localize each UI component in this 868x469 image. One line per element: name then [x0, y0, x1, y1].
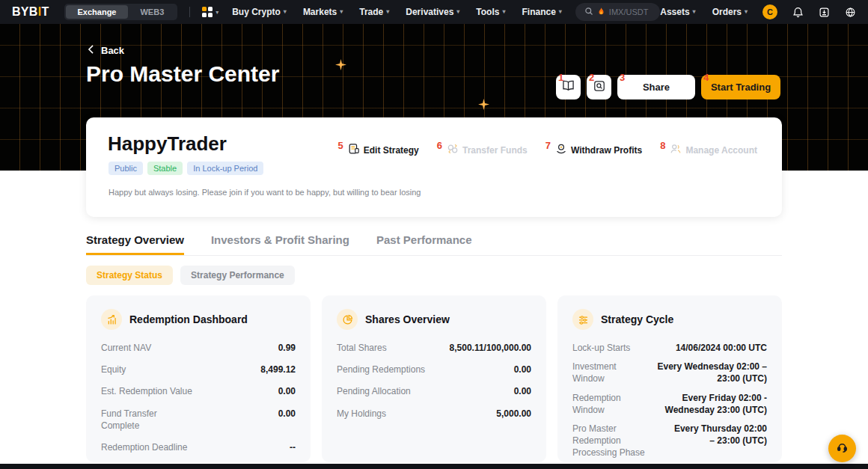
stat-row: Redemption WindowEvery Friday 02:00 - We…	[572, 392, 767, 416]
stat-row: Equity8,499.12	[101, 364, 296, 375]
stat-label: My Holdings	[337, 408, 386, 420]
som-mark-1: 1	[558, 73, 563, 82]
preview-button[interactable]: 2	[587, 75, 611, 99]
main-tabs: Strategy OverviewInvestors & Profit Shar…	[86, 233, 782, 256]
globe-icon[interactable]	[845, 7, 856, 18]
stat-row: Investment WindowEvery Wednesday 02:00 –…	[572, 361, 767, 384]
support-button[interactable]	[828, 435, 856, 462]
footer-edge	[0, 464, 868, 469]
som-mark-5: 5	[338, 140, 343, 151]
action-label: Transfer Funds	[462, 145, 528, 156]
stat-value: 14/06/2024 00:00 UTC	[676, 342, 767, 354]
action-label: Manage Account	[685, 145, 757, 156]
card-rows: Current NAV0.99Equity8,499.12Est. Redemp…	[101, 342, 296, 453]
subtab-strategy-status[interactable]: Strategy Status	[86, 266, 173, 285]
som-mark-2: 2	[589, 73, 594, 82]
nav-item-finance[interactable]: Finance	[522, 7, 561, 17]
stat-row: Pending Allocation0.00	[337, 385, 531, 397]
action-label: Withdraw Profits	[571, 145, 642, 156]
grid-icon	[202, 7, 213, 17]
stat-value: Every Thursday 02:00 – 23:00 (UTC)	[670, 423, 767, 447]
nav-item-buy-crypto[interactable]: Buy Crypto	[232, 7, 287, 17]
stat-value: 8,500.11/100,000.00	[450, 342, 531, 354]
apps-menu-button[interactable]: ▾	[202, 7, 218, 17]
tab-investors-profit-sharing[interactable]: Investors & Profit Sharing	[211, 233, 349, 255]
card-redemption-dashboard: Redemption DashboardCurrent NAV0.99Equit…	[86, 295, 311, 462]
search-icon	[584, 5, 593, 19]
stat-label: Est. Redemption Value	[101, 385, 192, 397]
toggle-web3[interactable]: WEB3	[128, 5, 176, 19]
trader-badges: PublicStableIn Lock-up Period	[109, 162, 263, 175]
stat-row: Pending Redemptions0.00	[337, 364, 531, 375]
nav-item-orders[interactable]: Orders	[712, 7, 748, 17]
card-header: Redemption Dashboard	[101, 309, 296, 330]
withdraw-profits-icon	[555, 143, 567, 157]
sub-tabs: Strategy StatusStrategy Performance	[86, 266, 295, 285]
som-mark-6: 6	[437, 140, 442, 151]
main-menu: Buy CryptoMarketsTradeDerivativesToolsFi…	[232, 7, 562, 17]
stat-value: 8,499.12	[260, 364, 296, 375]
download-icon[interactable]	[819, 7, 830, 18]
share-button[interactable]: 3 Share	[617, 75, 695, 99]
som-mark-4: 4	[703, 73, 709, 82]
card-title: Redemption Dashboard	[129, 313, 248, 325]
hero-actions: 1 2 3 Share 4 Start Trading	[556, 75, 780, 99]
card-shares-overview: Shares OverviewTotal Shares8,500.11/100,…	[322, 295, 546, 462]
toggle-exchange[interactable]: Exchange	[66, 5, 129, 19]
chart-trend-icon	[101, 309, 122, 330]
action-manage-account: 8Manage Account	[660, 143, 757, 157]
sliders-icon	[572, 309, 593, 330]
action-edit-strategy[interactable]: 5Edit Strategy	[338, 143, 419, 157]
top-navbar: BYBIT ExchangeWEB3 ▾ Buy CryptoMarketsTr…	[0, 0, 868, 24]
action-withdraw-profits[interactable]: 7Withdraw Profits	[545, 143, 642, 157]
tab-strategy-overview[interactable]: Strategy Overview	[86, 233, 184, 255]
stat-row: Current NAV0.99	[101, 342, 296, 354]
account-menu: AssetsOrders	[660, 7, 748, 17]
stat-value: 0.00	[278, 385, 296, 397]
subtab-strategy-performance[interactable]: Strategy Performance	[180, 266, 295, 285]
nav-item-derivatives[interactable]: Derivatives	[406, 7, 459, 17]
preview-icon	[593, 80, 605, 95]
stat-label: Equity	[101, 364, 126, 375]
som-mark-7: 7	[545, 140, 551, 151]
trader-actions: 5Edit Strategy6Transfer Funds7Withdraw P…	[338, 143, 757, 157]
guide-book-button[interactable]: 1	[556, 75, 581, 99]
edit-strategy-icon	[348, 143, 360, 157]
stat-value: 0.00	[278, 408, 296, 420]
stat-row: Total Shares8,500.11/100,000.00	[337, 342, 531, 354]
back-button[interactable]: Back	[88, 45, 124, 56]
trader-profile-card: HappyTrader PublicStableIn Lock-up Perio…	[86, 117, 782, 217]
stat-label: Pro Master Redemption Processing Phase	[572, 423, 664, 459]
bybit-logo[interactable]: BYBIT	[12, 5, 49, 19]
card-strategy-cycle: Strategy CycleLock-up Starts14/06/2024 0…	[557, 295, 782, 462]
bell-icon[interactable]	[792, 7, 804, 18]
nav-item-trade[interactable]: Trade	[359, 7, 389, 17]
stat-label: Total Shares	[337, 342, 387, 354]
chevron-down-icon: ▾	[216, 9, 218, 16]
trader-description: Happy but always losing. Please join if …	[109, 188, 421, 197]
start-trading-button[interactable]: 4 Start Trading	[701, 75, 780, 99]
stat-row: Pro Master Redemption Processing PhaseEv…	[572, 423, 767, 459]
action-transfer-funds: 6Transfer Funds	[437, 143, 528, 157]
overview-cards: Redemption DashboardCurrent NAV0.99Equit…	[86, 295, 782, 462]
stat-label: Pending Allocation	[337, 385, 411, 397]
search-input[interactable]: IMX/USDT	[575, 3, 660, 21]
stat-value: 0.00	[514, 385, 531, 397]
stat-row: My Holdings5,000.00	[337, 408, 531, 420]
book-icon	[562, 80, 575, 94]
card-rows: Lock-up Starts14/06/2024 00:00 UTCInvest…	[572, 342, 767, 469]
som-mark-3: 3	[620, 73, 625, 82]
chevron-left-icon	[88, 45, 94, 56]
som-mark-8: 8	[660, 140, 665, 151]
nav-item-tools[interactable]: Tools	[476, 7, 505, 17]
stat-label: Current NAV	[101, 342, 151, 354]
stat-value: Every Wednesday 02:00 – 23:00 (UTC)	[640, 361, 767, 384]
nav-item-assets[interactable]: Assets	[660, 7, 695, 17]
nav-item-markets[interactable]: Markets	[303, 7, 343, 17]
trader-name: HappyTrader	[108, 132, 227, 156]
tab-past-performance[interactable]: Past Performance	[376, 233, 472, 255]
card-title: Strategy Cycle	[601, 313, 673, 325]
card-title: Shares Overview	[365, 313, 450, 325]
stat-value: --	[290, 441, 296, 453]
avatar[interactable]: C	[762, 4, 777, 19]
